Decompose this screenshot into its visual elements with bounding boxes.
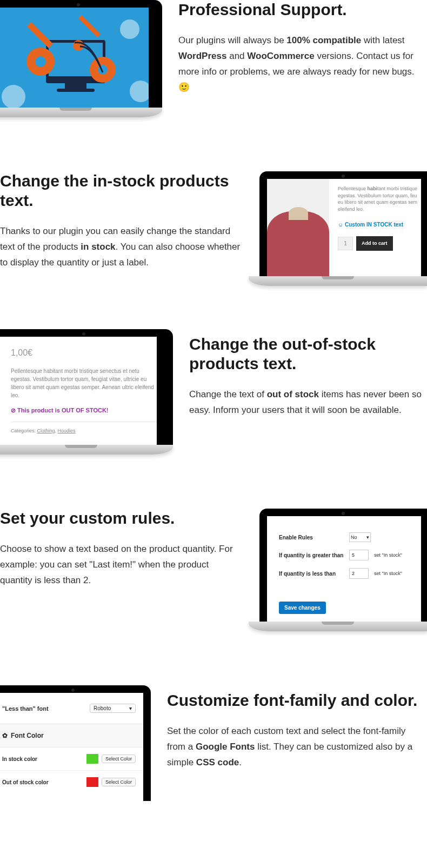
svg-point-0 [2, 85, 25, 108]
text-support: Our plugins will always be 100% compatib… [178, 33, 422, 96]
font-color-section: ✿ Font Color [0, 724, 143, 747]
illustration-instock: Pellentesque habitant morbi tristique eg… [259, 171, 427, 286]
qty-less-label: If quantity is less than [279, 571, 344, 577]
text-outofstock: Change the text of out of stock items ha… [189, 387, 427, 418]
svg-point-1 [120, 19, 139, 39]
quantity-input[interactable]: 1 [338, 237, 353, 250]
select-color-button[interactable]: Select Color [102, 778, 136, 786]
svg-rect-5 [65, 83, 86, 89]
svg-rect-6 [57, 89, 95, 92]
save-changes-button[interactable]: Save changes [279, 602, 326, 614]
illustration-support [0, 0, 162, 117]
section-in-stock: Change the in-stock products text. Thank… [0, 171, 427, 286]
in-stock-label: Custom IN STOCK text [338, 221, 421, 229]
heading-instock: Change the in-stock products text. [0, 171, 243, 210]
svg-point-2 [130, 81, 149, 102]
svg-point-10 [35, 56, 46, 67]
qty-less-input[interactable]: 2 [349, 568, 369, 579]
less-than-font-label: "Less than" font [2, 705, 49, 712]
section-professional-support: Professional Support. Our plugins will a… [0, 0, 427, 117]
text-rules: Choose to show a text based on the produ… [0, 542, 243, 589]
section-customize: "Less than" font Roboto▾ ✿ Font Color In… [0, 685, 427, 801]
enable-rules-label: Enable Rules [279, 535, 344, 540]
heading-outofstock: Change the out-of-stock products text. [189, 335, 427, 373]
color-swatch-green[interactable] [86, 754, 98, 764]
in-stock-color-label: In stock color [2, 756, 37, 762]
font-select[interactable]: Roboto▾ [90, 704, 136, 713]
heading-support: Professional Support. [178, 0, 422, 19]
color-swatch-red[interactable] [86, 777, 98, 787]
product-description: Pellentesque habitant morbi tristique eg… [338, 185, 421, 212]
text-customize: Set the color of each custom text and se… [167, 724, 422, 771]
qty-greater-label: If quantity is greater than [279, 552, 344, 558]
gear-icon: ✿ [2, 732, 8, 739]
svg-point-9 [73, 40, 84, 51]
qty-greater-input[interactable]: 5 [349, 550, 369, 560]
illustration-rules: Enable Rules No▾ If quantity is greater … [259, 509, 427, 631]
heading-rules: Set your custom rules. [0, 509, 243, 528]
qty-less-tail: set "In stock" [374, 571, 402, 576]
product-description: Pellentesque habitant morbi tristique se… [11, 367, 157, 399]
add-to-cart-button[interactable]: Add to cart [356, 236, 393, 251]
text-instock: Thanks to our plugin you can easily chan… [0, 224, 243, 271]
product-price: 1,00€ [11, 346, 157, 359]
select-color-button[interactable]: Select Color [102, 755, 136, 763]
category-link[interactable]: Hoodies [58, 428, 76, 433]
illustration-outofstock: 1,00€ Pellentesque habitant morbi tristi… [0, 329, 173, 455]
out-of-stock-label: This product is OUT OF STOCK! [11, 406, 157, 415]
categories: Categories: Clothing, Hoodies [11, 422, 157, 435]
illustration-customize: "Less than" font Roboto▾ ✿ Font Color In… [0, 685, 151, 801]
product-image [267, 179, 329, 276]
out-of-stock-color-label: Out of stock color [2, 779, 49, 785]
enable-rules-select[interactable]: No▾ [349, 532, 371, 542]
heading-customize: Customize font-family and color. [167, 691, 422, 710]
category-link[interactable]: Clothing [37, 428, 55, 433]
section-out-of-stock: 1,00€ Pellentesque habitant morbi tristi… [0, 329, 427, 455]
qty-greater-tail: set "In stock" [374, 552, 402, 558]
section-custom-rules: Set your custom rules. Choose to show a … [0, 509, 427, 631]
